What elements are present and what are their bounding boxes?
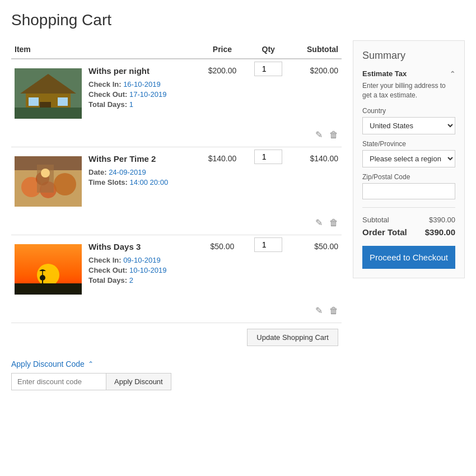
item-detail: Total Days: 1 (88, 100, 196, 109)
delete-icon[interactable]: 🗑 (329, 306, 338, 315)
item-detail: Total Days: 2 (88, 276, 196, 284)
col-subtotal: Subtotal (291, 40, 342, 59)
summary-subtotal: Subtotal $390.00 (362, 216, 455, 224)
item-subtotal: $140.00 (291, 147, 342, 216)
delete-icon[interactable]: 🗑 (329, 130, 338, 139)
qty-input[interactable] (254, 62, 282, 76)
col-qty: Qty (245, 40, 291, 59)
item-details-cell: Withs Days 3 Check In: 09-10-2019Check O… (85, 235, 199, 304)
edit-icon[interactable]: ✎ (315, 306, 323, 315)
item-subtotal: $200.00 (291, 59, 342, 127)
cart-table: Item Price Qty Subtotal Withs per night (11, 40, 342, 323)
state-label: State/Province (362, 140, 455, 148)
item-action-row: ✎ 🗑 (11, 215, 342, 235)
tax-description: Enter your billing address to get a tax … (362, 81, 455, 100)
item-details-cell: Withs Per Time 2 Date: 24-09-2019Time Sl… (85, 147, 199, 216)
svg-point-16 (37, 264, 59, 286)
item-action-row: ✎ 🗑 (11, 127, 342, 147)
item-detail: Time Slots: 14:00 20:00 (88, 178, 196, 186)
discount-form: Apply Discount (11, 373, 342, 390)
table-row: Withs per night Check In: 16-10-2019Chec… (11, 59, 342, 127)
country-select[interactable]: United States Canada United Kingdom Aust… (362, 117, 455, 134)
svg-point-10 (54, 173, 76, 195)
discount-code-input[interactable] (11, 373, 106, 390)
subtotal-label: Subtotal (362, 216, 389, 224)
qty-input[interactable] (254, 150, 282, 164)
update-cart-button[interactable]: Update Shopping Cart (247, 329, 338, 346)
zip-input[interactable] (362, 183, 455, 199)
svg-rect-6 (15, 108, 82, 119)
estimate-tax-header: Estimate Tax ⌃ (362, 69, 455, 78)
country-label: Country (362, 107, 455, 115)
item-title: Withs Per Time 2 (88, 154, 196, 164)
update-row: Update Shopping Cart (11, 323, 342, 352)
cart-section: Item Price Qty Subtotal Withs per night (11, 40, 342, 390)
col-price: Price (199, 40, 246, 59)
item-detail: Check In: 16-10-2019 (88, 80, 196, 88)
order-total-value: $390.00 (425, 227, 455, 237)
order-total-label: Order Total (362, 227, 407, 237)
page-title: Shopping Cart (11, 11, 465, 29)
item-qty-cell (245, 147, 291, 216)
item-title: Withs per night (88, 66, 196, 76)
item-price: $200.00 (199, 59, 246, 127)
discount-toggle[interactable]: Apply Discount Code ⌃ (11, 360, 94, 368)
item-qty-cell (245, 235, 291, 304)
item-details-cell: Withs per night Check In: 16-10-2019Chec… (85, 59, 199, 127)
zip-label: Zip/Postal Code (362, 173, 455, 181)
item-subtotal: $50.00 (291, 235, 342, 304)
subtotal-value: $390.00 (429, 216, 455, 224)
svg-point-14 (41, 169, 50, 178)
state-select[interactable]: Please select a region, stat (362, 150, 455, 167)
discount-section: Apply Discount Code ⌃ Apply Discount (11, 360, 342, 390)
item-detail: Date: 24-09-2019 (88, 168, 196, 176)
table-row: Withs Days 3 Check In: 09-10-2019Check O… (11, 235, 342, 304)
summary-order-total: Order Total $390.00 (362, 227, 455, 237)
chevron-up-icon[interactable]: ⌃ (450, 70, 455, 78)
item-image-cell (11, 147, 85, 216)
edit-icon[interactable]: ✎ (315, 218, 323, 227)
item-title: Withs Days 3 (88, 242, 196, 251)
discount-label-text: Apply Discount Code (11, 360, 85, 368)
item-actions: ✎ 🗑 (311, 130, 338, 139)
checkout-button[interactable]: Proceed to Checkout (362, 246, 455, 269)
item-price: $50.00 (199, 235, 246, 304)
table-row: Withs Per Time 2 Date: 24-09-2019Time Sl… (11, 147, 342, 216)
qty-input[interactable] (254, 237, 282, 252)
summary-title: Summary (362, 50, 455, 62)
delete-icon[interactable]: 🗑 (329, 218, 338, 227)
item-actions: ✎ 🗑 (311, 306, 338, 315)
item-actions: ✎ 🗑 (311, 218, 338, 227)
item-action-row: ✎ 🗑 (11, 303, 342, 323)
summary-divider (362, 207, 455, 208)
item-image-cell (11, 235, 85, 304)
item-price: $140.00 (199, 147, 246, 216)
estimate-tax-label: Estimate Tax (362, 69, 407, 78)
edit-icon[interactable]: ✎ (315, 130, 323, 139)
svg-rect-5 (58, 97, 68, 106)
item-image-cell (11, 59, 85, 127)
item-detail: Check In: 09-10-2019 (88, 256, 196, 264)
item-detail: Check Out: 17-10-2019 (88, 90, 196, 99)
svg-rect-4 (29, 97, 39, 106)
item-detail: Check Out: 10-10-2019 (88, 266, 196, 274)
item-qty-cell (245, 59, 291, 127)
chevron-up-icon: ⌃ (88, 360, 94, 368)
apply-discount-button[interactable]: Apply Discount (106, 373, 171, 390)
col-item: Item (11, 40, 199, 59)
summary-panel: Summary Estimate Tax ⌃ Enter your billin… (353, 40, 465, 278)
